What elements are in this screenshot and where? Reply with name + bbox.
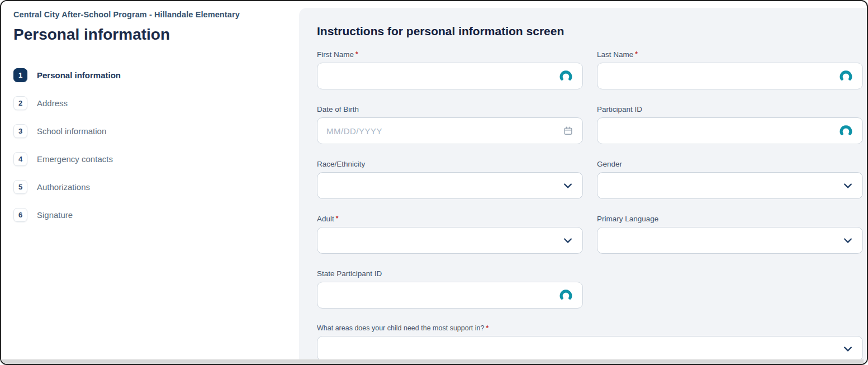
participant-id-control (597, 117, 863, 144)
step-label: Emergency contacts (37, 154, 113, 164)
spinner-icon (838, 69, 853, 83)
chevron-down-icon (842, 343, 853, 354)
first-name-input[interactable] (317, 63, 582, 89)
step-label: Signature (37, 210, 73, 220)
spinner-icon (558, 69, 573, 83)
gender-label: Gender (597, 160, 863, 168)
sidebar-item-address[interactable]: 2 Address (13, 96, 299, 110)
adult-select[interactable] (317, 227, 583, 254)
calendar-icon[interactable] (563, 126, 573, 136)
sidebar-item-school-information[interactable]: 3 School information (13, 124, 299, 138)
first-name-field-block: First Name* (317, 50, 583, 89)
participant-id-input[interactable] (597, 118, 862, 144)
step-number-badge: 5 (13, 180, 27, 194)
page-title: Personal information (13, 26, 299, 44)
date-of-birth-field-block: Date of Birth (317, 105, 583, 144)
step-number-badge: 1 (13, 68, 27, 82)
primary-language-label: Primary Language (597, 215, 863, 223)
date-of-birth-control (317, 117, 583, 144)
sidebar-item-emergency-contacts[interactable]: 4 Emergency contacts (13, 152, 299, 166)
wizard-sidebar: Central City After-School Program - Hill… (1, 1, 299, 364)
date-of-birth-label: Date of Birth (317, 105, 583, 113)
wizard-steps: 1 Personal information 2 Address 3 Schoo… (13, 68, 299, 222)
chevron-down-icon (842, 180, 853, 191)
step-label: Personal information (37, 70, 121, 80)
support-areas-label: What areas does your child need the most… (317, 324, 863, 332)
sidebar-item-signature[interactable]: 6 Signature (13, 208, 299, 222)
support-areas-select[interactable] (317, 336, 863, 361)
step-label: School information (37, 126, 106, 136)
step-number-badge: 3 (13, 124, 27, 138)
primary-language-field-block: Primary Language (597, 215, 863, 254)
state-participant-id-control (317, 282, 583, 309)
step-number-badge: 4 (13, 152, 27, 166)
race-ethnicity-select[interactable] (317, 172, 583, 199)
chevron-down-icon (562, 235, 573, 246)
required-asterisk: * (336, 215, 339, 222)
step-label: Address (37, 98, 68, 108)
participant-id-field-block: Participant ID (597, 105, 863, 144)
primary-language-select[interactable] (597, 227, 863, 254)
first-name-control (317, 63, 583, 89)
program-title: Central City After-School Program - Hill… (13, 10, 299, 19)
form-grid: First Name* Last Name* (317, 50, 867, 361)
last-name-control (597, 63, 863, 89)
race-ethnicity-label: Race/Ethnicity (317, 160, 583, 168)
spinner-icon (558, 288, 573, 302)
last-name-label: Last Name* (597, 50, 863, 59)
last-name-field-block: Last Name* (597, 50, 863, 89)
adult-label: Adult* (317, 215, 583, 223)
support-areas-field-block: What areas does your child need the most… (317, 324, 863, 361)
spinner-icon (838, 124, 853, 138)
gender-field-block: Gender (597, 160, 863, 199)
horizontal-scrollbar[interactable] (1, 359, 864, 364)
form-instructions-heading: Instructions for personal information sc… (317, 25, 867, 38)
step-number-badge: 2 (13, 96, 27, 110)
state-participant-id-label: State Participant ID (317, 269, 583, 278)
last-name-input[interactable] (597, 63, 862, 89)
state-participant-id-input[interactable] (317, 282, 582, 308)
adult-field-block: Adult* (317, 215, 583, 254)
sidebar-item-authorizations[interactable]: 5 Authorizations (13, 180, 299, 194)
sidebar-item-personal-information[interactable]: 1 Personal information (13, 68, 299, 82)
registration-card: Central City After-School Program - Hill… (0, 0, 868, 365)
step-number-badge: 6 (13, 208, 27, 222)
race-ethnicity-field-block: Race/Ethnicity (317, 160, 583, 199)
step-label: Authorizations (37, 182, 90, 192)
chevron-down-icon (842, 235, 853, 246)
state-participant-id-field-block: State Participant ID (317, 269, 583, 309)
date-of-birth-input[interactable] (317, 118, 582, 144)
personal-information-form-panel: Instructions for personal information sc… (299, 8, 867, 364)
chevron-down-icon (562, 180, 573, 191)
first-name-label: First Name* (317, 50, 583, 59)
required-asterisk: * (486, 324, 488, 332)
empty-grid-cell (597, 269, 863, 309)
participant-id-label: Participant ID (597, 105, 863, 113)
required-asterisk: * (355, 50, 358, 58)
gender-select[interactable] (597, 172, 863, 199)
required-asterisk: * (635, 50, 638, 58)
